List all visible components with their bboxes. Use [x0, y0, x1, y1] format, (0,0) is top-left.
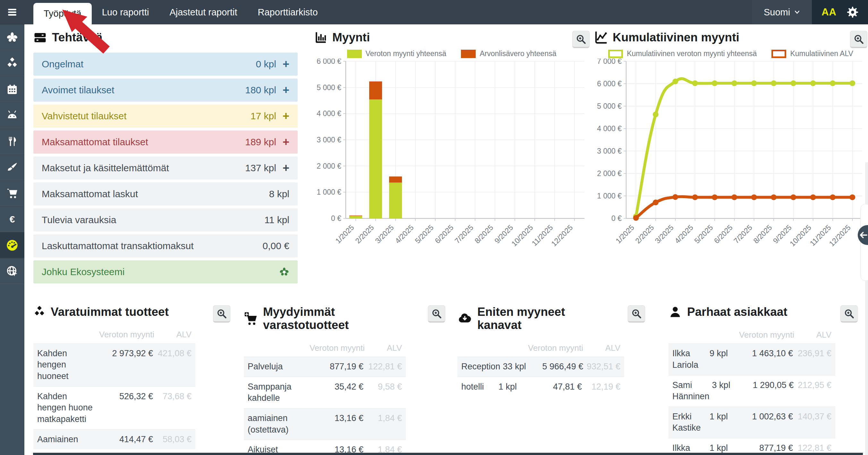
section-tasks: Tehtävää Ongelmat0 kpl+Avoimet tilaukset…	[33, 31, 298, 286]
svg-text:2 000 €: 2 000 €	[317, 162, 341, 170]
cumulative-chart-legend: Kumulatiivinen veroton myynti yhteensäKu…	[594, 50, 867, 58]
task-row[interactable]: Maksamattomat tilaukset189 kpl+	[33, 130, 298, 154]
table-row[interactable]: Kahden hengen huone matkapaketti526,32 €…	[33, 386, 195, 429]
products-reserved-zoom-button[interactable]	[213, 305, 230, 323]
legend-label: Kumulatiivinen ALV	[790, 50, 853, 58]
task-row[interactable]: Avoimet tilaukset180 kpl+	[33, 78, 298, 102]
sidebar-item-android[interactable]	[0, 102, 24, 128]
task-row[interactable]: Vahvistetut tilaukset17 kpl+	[33, 104, 298, 128]
spa-flower-icon	[6, 31, 18, 43]
utensils-icon	[7, 136, 18, 147]
svg-text:1/2025: 1/2025	[614, 223, 636, 245]
task-label: Laskuttamattomat transaktiomaksut	[42, 240, 194, 251]
bottom-bar-edge	[33, 453, 863, 455]
column-header-net: Veroton myynti	[310, 343, 364, 353]
customers-zoom-button[interactable]	[840, 305, 858, 323]
magnifier-plus-icon	[216, 308, 227, 319]
section-customers: Parhaat asiakkaat Veroton myyntiALVIlkka…	[669, 305, 858, 455]
channels-zoom-button[interactable]	[628, 305, 645, 323]
task-label: Maksetut ja käsittelemättömät	[42, 163, 169, 173]
svg-text:4 000 €: 4 000 €	[317, 109, 341, 118]
sidebar-item-cubes[interactable]	[0, 50, 24, 76]
sales-chart-zoom-button[interactable]	[572, 31, 590, 48]
bar-net-3/2025	[389, 183, 402, 218]
sales-bar-chart: 0 €1 000 €2 000 €3 000 €4 000 €5 000 €6 …	[314, 59, 590, 248]
task-row[interactable]: Maksamattomat laskut8 kpl	[33, 183, 298, 205]
legend-item: Arvonlisävero yhteensä	[461, 50, 556, 58]
task-label: Vahvistetut tilaukset	[42, 110, 127, 122]
sidebar-item-tachometer[interactable]	[0, 232, 24, 258]
sidebar-item-utensils[interactable]	[0, 128, 24, 154]
task-row[interactable]: Maksetut ja käsittelemättömät137 kpl+	[33, 157, 298, 180]
magnifier-plus-icon	[844, 308, 855, 319]
sidebar-item-paintbrush[interactable]	[0, 154, 24, 180]
legend-swatch	[347, 50, 362, 58]
tab-raporttiarkisto[interactable]: Raporttiarkisto	[248, 0, 328, 24]
bar-chart-icon	[314, 31, 327, 44]
euro-icon: €	[6, 214, 18, 225]
nav-tabs: TyöpöytäLuo raporttiAjastetut raportitRa…	[33, 0, 328, 24]
products-reserved-table: Veroton myyntiALVKahden hengen huoneet2 …	[33, 325, 195, 449]
sidebar-item-spa-flower[interactable]	[0, 24, 24, 50]
table-row[interactable]: Palveluja877,19 €122,81 €	[244, 357, 406, 377]
table-row[interactable]: Aamiainen414,47 €58,03 €	[33, 429, 195, 450]
legend-item: Kumulatiivinen veroton myynti yhteensä	[608, 50, 757, 58]
table-row[interactable]: Kahden hengen huoneet2 973,92 €421,08 €	[33, 344, 195, 386]
sidebar-item-euro[interactable]: €	[0, 206, 24, 232]
task-add-button[interactable]: +	[283, 58, 289, 70]
column-header-vat: ALV	[156, 329, 191, 340]
task-row[interactable]: Ongelmat0 kpl+	[33, 53, 298, 76]
cubes-icon	[6, 57, 18, 70]
table-row[interactable]: aamiainen (ostettava)13,16 €1,84 €	[244, 408, 406, 440]
table-row[interactable]: Erkki Kastike1 kpl1 002,63 €140,37 €	[669, 407, 835, 438]
sidebar-item-globe-pointer[interactable]	[0, 258, 24, 284]
magnifier-plus-icon	[576, 34, 586, 44]
svg-text:2/2025: 2/2025	[353, 223, 375, 245]
legend-swatch	[608, 50, 623, 58]
bar-vat-2/2025	[369, 82, 382, 99]
column-header-vat: ALV	[366, 343, 402, 353]
legend-item: Kumulatiivinen ALV	[771, 50, 853, 58]
tab-ajastetut-raportit[interactable]: Ajastetut raportit	[159, 0, 247, 24]
sidebar-item-calendar[interactable]	[0, 76, 24, 102]
legend-label: Veroton myynti yhteensä	[366, 50, 446, 58]
menu-button[interactable]	[0, 0, 24, 24]
topbar-tools: AA	[812, 0, 868, 24]
sidebar-item-shopping-cart[interactable]	[0, 180, 24, 206]
svg-text:7/2025: 7/2025	[732, 223, 754, 245]
language-selector[interactable]: Suomi	[752, 0, 812, 24]
tab-ty-p-yt-[interactable]: Työpöytä	[33, 3, 92, 24]
svg-text:11/2025: 11/2025	[530, 223, 555, 248]
cart-plus-icon	[244, 311, 258, 325]
legend-label: Arvonlisävero yhteensä	[479, 50, 556, 58]
table-row[interactable]: hotelli1 kpl47,81 €12,19 €	[457, 377, 624, 397]
task-add-button[interactable]: +	[283, 110, 289, 122]
line-series-1	[636, 197, 852, 218]
table-header: Veroton myyntiALV	[244, 338, 406, 357]
task-row[interactable]: Laskuttamattomat transaktiomaksut0,00 €	[33, 234, 298, 258]
table-row[interactable]: Reception33 kpl5 966,49 €932,51 €	[457, 357, 624, 377]
task-row[interactable]: Tulevia varauksia11 kpl	[33, 208, 298, 231]
table-row[interactable]: Sami Hänninen3 kpl1 290,05 €212,95 €	[669, 375, 835, 407]
task-add-button[interactable]: +	[283, 162, 289, 174]
table-row[interactable]: Ilkka Lariola9 kpl1 463,10 €236,91 €	[669, 344, 835, 375]
tab-luo-raportti[interactable]: Luo raportti	[92, 0, 159, 24]
svg-text:6/2025: 6/2025	[433, 223, 455, 245]
task-row[interactable]: Johku Ekosysteemi	[33, 260, 298, 284]
task-add-button[interactable]: +	[283, 84, 289, 96]
globe-pointer-icon	[6, 265, 18, 278]
table-row[interactable]: Samppanja kahdelle35,42 €9,58 €	[244, 377, 406, 408]
task-add-button[interactable]: +	[283, 136, 289, 148]
bar-net-2/2025	[369, 99, 382, 218]
line-series-0	[636, 78, 852, 216]
svg-text:5/2025: 5/2025	[692, 223, 714, 245]
products-sold-zoom-button[interactable]	[428, 305, 445, 323]
bar-vat-3/2025	[389, 176, 402, 183]
svg-text:2 000 €: 2 000 €	[597, 169, 622, 177]
main-content: Tehtävää Ongelmat0 kpl+Avoimet tilaukset…	[24, 24, 868, 455]
font-size-button[interactable]: AA	[822, 6, 837, 18]
svg-text:5 000 €: 5 000 €	[597, 102, 622, 110]
column-header-vat: ALV	[584, 343, 620, 353]
cumulative-chart-zoom-button[interactable]	[850, 31, 867, 48]
section-channels: Eniten myyneet kanavat Veroton myyntiALV…	[457, 305, 645, 397]
